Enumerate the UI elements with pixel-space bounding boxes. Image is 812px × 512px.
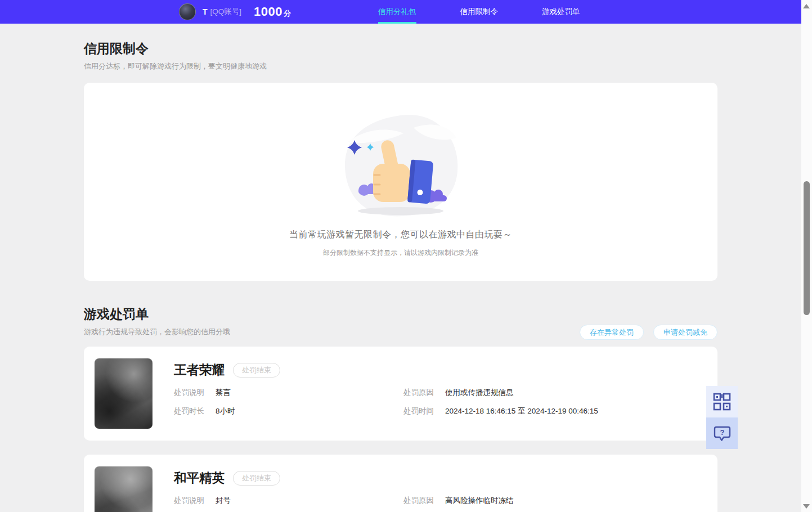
field-label: 处罚原因	[403, 496, 445, 505]
header-nav-tabs: 信用分礼包 信用限制令 游戏处罚单	[378, 0, 580, 24]
field-label: 处罚时间	[403, 406, 445, 416]
svg-text:?: ?	[720, 428, 724, 436]
field-value: 高风险操作临时冻结	[445, 496, 514, 505]
thumbs-up-illustration	[330, 112, 471, 220]
penalty-relief-button[interactable]: 申请处罚减免	[653, 325, 717, 340]
penalty-card: 和平精英 处罚结束 处罚说明 封号 处罚原因 高风险操作临时冻结 处罚时长 16…	[84, 455, 717, 512]
qr-code-icon	[713, 393, 731, 411]
vertical-scrollbar[interactable]	[801, 0, 812, 512]
field-value: 禁言	[216, 388, 231, 397]
field-value: 2024-12-18 16:46:15 至 2024-12-19 00:46:1…	[445, 406, 598, 416]
penalty-section-header: 游戏处罚单 游戏行为违规导致处罚，会影响您的信用分哦 存在异常处罚 申请处罚减免	[84, 307, 717, 337]
no-restriction-message: 当前常玩游戏暂无限制令，您可以在游戏中自由玩耍～	[84, 229, 717, 241]
floating-widgets: ?	[706, 386, 738, 449]
field-label: 处罚说明	[174, 496, 216, 505]
tab-credit-gift[interactable]: 信用分礼包	[378, 0, 416, 24]
game-artwork	[95, 466, 152, 512]
no-restriction-card: 当前常玩游戏暂无限制令，您可以在游戏中自由玩耍～ 部分限制数据不支持显示，请以游…	[84, 83, 717, 281]
penalty-status-badge: 处罚结束	[233, 471, 280, 486]
penalty-card: 王者荣耀 处罚结束 处罚说明 禁言 处罚原因 使用或传播违规信息 处罚时长 8小…	[84, 347, 717, 441]
top-header-bar: T [QQ账号] 1000 分 信用分礼包 信用限制令 游戏处罚单	[0, 0, 801, 24]
no-restriction-note: 部分限制数据不支持显示，请以游戏内限制记录为准	[84, 248, 717, 258]
penalty-desc-field: 处罚说明 禁言	[174, 388, 403, 397]
field-label: 处罚原因	[403, 388, 445, 397]
field-value: 封号	[216, 496, 231, 505]
user-name: T	[203, 7, 208, 16]
penalty-section-title: 游戏处罚单	[84, 307, 230, 322]
field-label: 处罚时长	[174, 406, 216, 416]
field-value: 8小时	[216, 406, 235, 416]
penalty-actions: 存在异常处罚 申请处罚减免	[580, 325, 717, 340]
help-bubble-icon: ?	[713, 425, 732, 442]
tab-credit-restriction[interactable]: 信用限制令	[460, 0, 499, 24]
abnormal-penalty-button[interactable]: 存在异常处罚	[580, 325, 644, 340]
penalty-duration-field: 处罚时长 8小时	[174, 406, 403, 416]
help-button[interactable]: ?	[706, 417, 738, 449]
user-avatar	[179, 3, 196, 20]
restriction-section: 信用限制令 信用分达标，即可解除游戏行为限制，要文明健康地游戏	[84, 24, 717, 281]
penalty-desc-field: 处罚说明 封号	[174, 496, 403, 505]
restriction-section-title: 信用限制令	[84, 41, 717, 56]
penalty-time-field: 处罚时间 2024-12-18 16:46:15 至 2024-12-19 00…	[403, 406, 701, 416]
account-type-label: [QQ账号]	[210, 7, 242, 17]
scroll-up-arrow[interactable]	[803, 4, 810, 8]
penalty-reason-field: 处罚原因 使用或传播违规信息	[403, 388, 701, 397]
game-title: 和平精英	[174, 469, 225, 487]
credit-score-value: 1000	[254, 5, 282, 19]
page-viewport: T [QQ账号] 1000 分 信用分礼包 信用限制令 游戏处罚单 信用限制令 …	[0, 0, 801, 512]
game-title: 王者荣耀	[174, 361, 225, 379]
tab-game-penalty[interactable]: 游戏处罚单	[542, 0, 580, 24]
credit-score-unit: 分	[284, 8, 291, 19]
sleeve	[407, 159, 433, 204]
game-artwork	[95, 358, 152, 429]
credit-score: 1000 分	[254, 5, 291, 19]
penalty-section-subtitle: 游戏行为违规导致处罚，会影响您的信用分哦	[84, 327, 230, 337]
penalty-reason-field: 处罚原因 高风险操作临时冻结	[403, 496, 701, 505]
penalty-status-badge: 处罚结束	[233, 363, 280, 378]
qr-code-button[interactable]	[706, 386, 738, 417]
field-label: 处罚说明	[174, 388, 216, 397]
scroll-down-arrow[interactable]	[803, 504, 810, 509]
restriction-section-subtitle: 信用分达标，即可解除游戏行为限制，要文明健康地游戏	[84, 61, 717, 71]
field-value: 使用或传播违规信息	[445, 388, 514, 397]
scrollbar-thumb[interactable]	[804, 181, 810, 315]
